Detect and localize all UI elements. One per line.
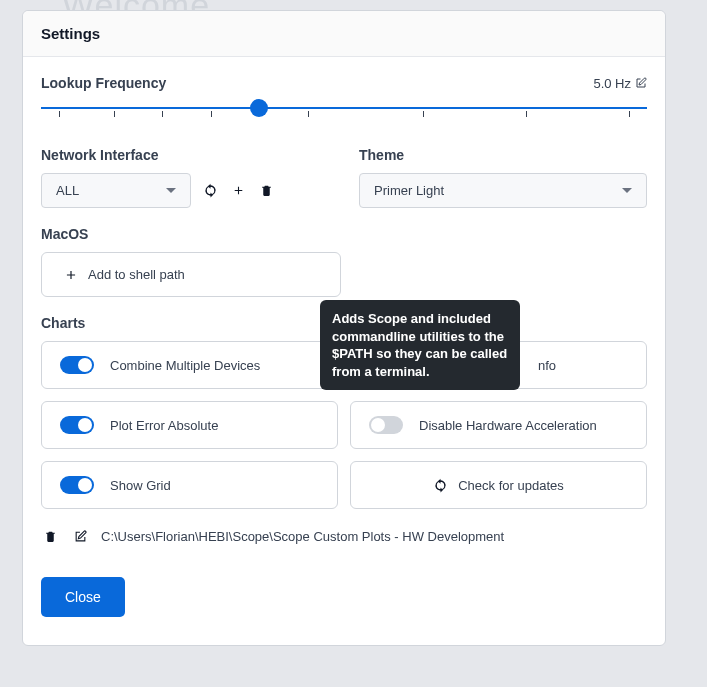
panel-title: Settings xyxy=(41,25,647,42)
check-updates-button[interactable]: Check for updates xyxy=(350,461,647,509)
theme-section: Theme Primer Light xyxy=(359,147,647,208)
toggle-switch[interactable] xyxy=(60,476,94,494)
refresh-icon[interactable] xyxy=(201,182,219,200)
plus-icon xyxy=(64,268,78,282)
add-shell-label: Add to shell path xyxy=(88,267,185,282)
theme-selected: Primer Light xyxy=(374,183,444,198)
frequency-slider[interactable] xyxy=(41,99,647,127)
trash-icon[interactable] xyxy=(41,527,59,545)
toggle-label: Disable Hardware Acceleration xyxy=(419,418,597,433)
add-shell-path-button[interactable]: Add to shell path xyxy=(41,252,341,297)
check-updates-label: Check for updates xyxy=(458,478,564,493)
custom-plots-path-row: C:\Users\Florian\HEBI\Scope\Scope Custom… xyxy=(41,527,647,545)
panel-header: Settings xyxy=(23,11,665,57)
toggle-plot-error[interactable]: Plot Error Absolute xyxy=(41,401,338,449)
frequency-label: Lookup Frequency xyxy=(41,75,166,91)
tooltip: Adds Scope and included commandline util… xyxy=(320,300,520,390)
frequency-row: Lookup Frequency 5.0 Hz xyxy=(41,75,647,91)
toggle-label: Plot Error Absolute xyxy=(110,418,218,433)
frequency-value-group[interactable]: 5.0 Hz xyxy=(593,76,647,91)
close-button[interactable]: Close xyxy=(41,577,125,617)
refresh-icon xyxy=(433,478,448,493)
toggle-label: nfo xyxy=(538,358,556,373)
frequency-value: 5.0 Hz xyxy=(593,76,631,91)
network-select[interactable]: ALL xyxy=(41,173,191,208)
toggle-switch[interactable] xyxy=(60,356,94,374)
network-selected: ALL xyxy=(56,183,79,198)
theme-label: Theme xyxy=(359,147,647,163)
edit-icon[interactable] xyxy=(635,77,647,89)
toggle-combine-devices[interactable]: Combine Multiple Devices xyxy=(41,341,338,389)
macos-label: MacOS xyxy=(41,226,647,242)
path-text: C:\Users\Florian\HEBI\Scope\Scope Custom… xyxy=(101,529,647,544)
toggle-disable-hw[interactable]: Disable Hardware Acceleration xyxy=(350,401,647,449)
chevron-down-icon xyxy=(622,188,632,193)
slider-ticks xyxy=(41,109,647,117)
network-section: Network Interface ALL xyxy=(41,147,329,208)
toggle-label: Show Grid xyxy=(110,478,171,493)
plus-icon[interactable] xyxy=(229,182,247,200)
edit-icon[interactable] xyxy=(71,527,89,545)
chevron-down-icon xyxy=(166,188,176,193)
toggle-label: Combine Multiple Devices xyxy=(110,358,260,373)
theme-select[interactable]: Primer Light xyxy=(359,173,647,208)
trash-icon[interactable] xyxy=(257,182,275,200)
network-label: Network Interface xyxy=(41,147,329,163)
toggle-switch[interactable] xyxy=(369,416,403,434)
toggle-switch[interactable] xyxy=(60,416,94,434)
toggle-show-grid[interactable]: Show Grid xyxy=(41,461,338,509)
